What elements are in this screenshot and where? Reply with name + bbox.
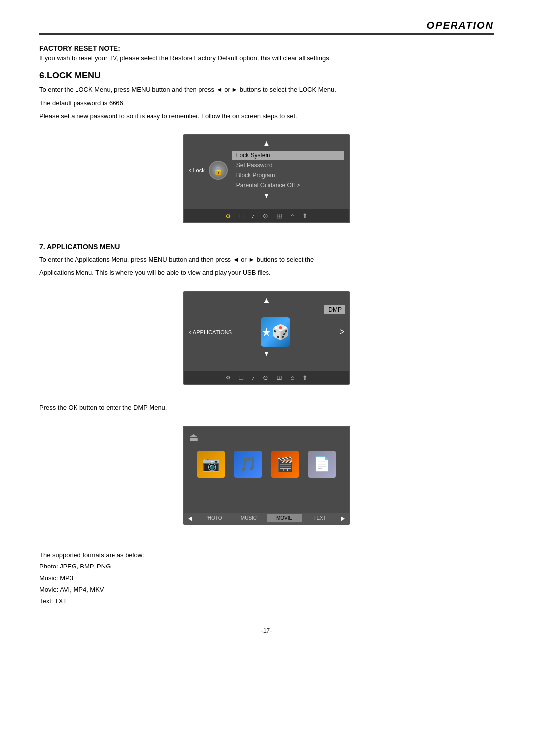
lock-menu-text3: Please set a new password to so it is ea…	[39, 112, 494, 122]
lock-menu-item-3: Parental Guidance Off >	[232, 180, 344, 190]
lock-icon: 🔒	[209, 161, 228, 180]
lock-menu-item-1: Set Password	[232, 160, 344, 170]
lock-menu-list: Lock System Set Password Block Program P…	[232, 151, 344, 190]
dmp-label: DMP	[324, 305, 345, 314]
media-icon-music: 🎵	[234, 451, 262, 478]
apps-screen-wrapper: ▲ DMP < APPLICATIONS 🎲 > ▼ ⚙ □ ♪ ⊙	[39, 281, 494, 395]
media-label-items: PHOTO MUSIC MOVIE TEXT	[195, 514, 338, 522]
lock-menu-item-0: Lock System	[232, 151, 344, 160]
apps-screen: ▲ DMP < APPLICATIONS 🎲 > ▼ ⚙ □ ♪ ⊙	[183, 291, 350, 385]
app-cube-icon: 🎲	[261, 317, 290, 347]
media-label-arrow-right: ►	[340, 514, 346, 522]
apps-menu-title: 7. APPLICATIONS MENU	[39, 243, 494, 251]
icon-display: □	[239, 212, 243, 220]
icon-timer: ⊙	[263, 212, 268, 220]
media-icon-text: 📄	[308, 451, 336, 478]
lock-bottom-icons: ⚙ □ ♪ ⊙ ⊞ ⌂ ⇧	[184, 209, 349, 222]
media-label-arrow-left: ◄	[187, 514, 193, 522]
formats-photo: Photo: JPEG, BMP, PNG	[39, 561, 494, 572]
apps-top-arrow: ▲	[184, 292, 349, 305]
dmp-media-icons: 📷 🎵 🎬 📄	[184, 446, 349, 483]
media-label-music: MUSIC	[231, 514, 266, 522]
dmp-usb-icon: ⏏	[189, 431, 199, 443]
lock-menu-text2: The default password is 6666.	[39, 98, 494, 109]
page: OPERATION FACTORY RESET NOTE: If you wis…	[0, 0, 533, 664]
lock-menu-title: 6.LOCK MENU	[39, 71, 494, 81]
apps-side-label: < APPLICATIONS	[189, 329, 232, 335]
apps-icon-timer: ⊙	[263, 374, 268, 381]
media-icon-movie: 🎬	[271, 451, 299, 478]
apps-icon-apps: ⊞	[276, 374, 282, 381]
lock-screen: ▲ < Lock 🔒 Lock System Set Password Bloc…	[183, 134, 350, 223]
icon-music: ♪	[251, 212, 255, 220]
formats-movie: Movie: AVI, MP4, MKV	[39, 584, 494, 595]
lock-screen-wrapper: ▲ < Lock 🔒 Lock System Set Password Bloc…	[39, 124, 494, 233]
dmp-screen: ⏏ 📷 🎵 🎬 📄 ◄ PHOTO MUSIC MOVIE TEXT ►	[183, 426, 350, 525]
dmp-intro-text: Press the OK button to enter the DMP Men…	[39, 403, 494, 413]
lock-top-arrow: ▲	[184, 135, 349, 149]
factory-reset-section: FACTORY RESET NOTE: If you wish to reset…	[39, 44, 494, 62]
apps-arrow-right: >	[339, 327, 344, 337]
formats-text: Text: TXT	[39, 595, 494, 606]
icon-lock: ⌂	[290, 212, 294, 220]
apps-icon-lock: ⌂	[290, 374, 294, 381]
apps-menu-text2: Applications Menu. This is where you wil…	[39, 268, 494, 278]
apps-icon-settings: ⚙	[225, 374, 231, 381]
icon-apps: ⊞	[276, 212, 282, 220]
lock-side-label: < Lock	[189, 167, 205, 173]
media-label-photo: PHOTO	[195, 514, 231, 522]
lock-menu-content: < Lock 🔒 Lock System Set Password Block …	[184, 149, 349, 192]
page-number: -17-	[39, 627, 494, 634]
apps-menu-text1: To enter the Applications Menu, press ME…	[39, 255, 494, 265]
icon-settings: ⚙	[225, 212, 231, 220]
factory-reset-label: FACTORY RESET NOTE:	[39, 44, 494, 52]
media-label-movie: MOVIE	[266, 514, 302, 522]
factory-reset-text: If you wish to reset your TV, please sel…	[39, 54, 494, 62]
apps-icon-music: ♪	[251, 374, 255, 381]
header-bar: OPERATION	[39, 20, 494, 35]
media-icon-photo: 📷	[197, 451, 225, 478]
dmp-top: ⏏	[184, 427, 349, 446]
formats-music: Music: MP3	[39, 572, 494, 584]
apps-icon-signal: ⇧	[302, 374, 308, 381]
dmp-screen-wrapper: ⏏ 📷 🎵 🎬 📄 ◄ PHOTO MUSIC MOVIE TEXT ►	[39, 416, 494, 534]
dmp-media-labels: ◄ PHOTO MUSIC MOVIE TEXT ►	[184, 513, 349, 524]
formats-intro: The supported formats are as below:	[39, 549, 494, 561]
icon-signal: ⇧	[302, 212, 308, 220]
apps-icon-display: □	[239, 374, 243, 381]
lock-menu-item-2: Block Program	[232, 170, 344, 180]
page-title: OPERATION	[427, 20, 494, 31]
lock-bottom-arrow: ▼	[184, 192, 349, 200]
formats-section: The supported formats are as below: Phot…	[39, 549, 494, 607]
apps-content: < APPLICATIONS 🎲 >	[184, 314, 349, 350]
lock-menu-section: 6.LOCK MENU To enter the LOCK Menu, pres…	[39, 71, 494, 233]
media-label-text: TEXT	[302, 514, 338, 522]
apps-bottom-arrow: ▼	[184, 350, 349, 358]
lock-menu-text1: To enter the LOCK Menu, press MENU butto…	[39, 85, 494, 95]
applications-menu-section: 7. APPLICATIONS MENU To enter the Applic…	[39, 243, 494, 395]
apps-bottom-icons: ⚙ □ ♪ ⊙ ⊞ ⌂ ⇧	[184, 371, 349, 384]
